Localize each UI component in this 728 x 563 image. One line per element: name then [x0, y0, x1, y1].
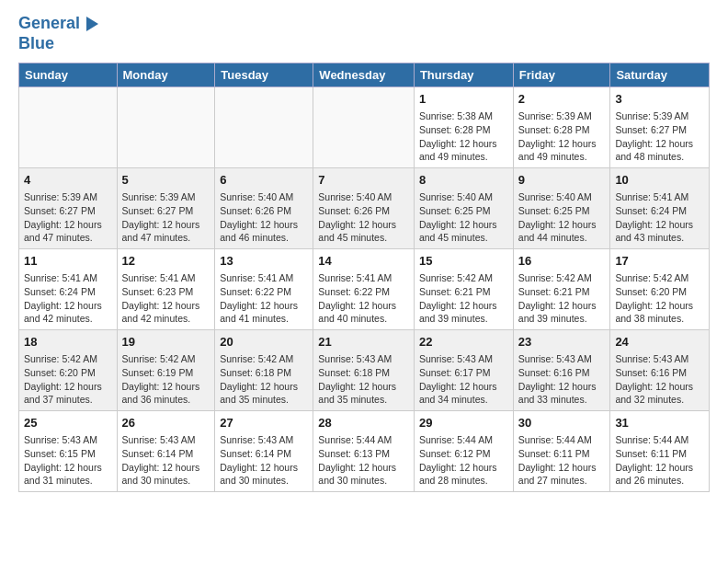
day-info: Sunrise: 5:39 AM Sunset: 6:27 PM Dayligh… [24, 191, 102, 243]
calendar-cell: 27Sunrise: 5:43 AM Sunset: 6:14 PM Dayli… [215, 410, 313, 491]
calendar-cell: 29Sunrise: 5:44 AM Sunset: 6:12 PM Dayli… [414, 410, 513, 491]
calendar-cell: 17Sunrise: 5:42 AM Sunset: 6:20 PM Dayli… [610, 249, 710, 330]
logo: General Blue [18, 14, 98, 53]
day-info: Sunrise: 5:43 AM Sunset: 6:16 PM Dayligh… [615, 353, 693, 405]
day-info: Sunrise: 5:44 AM Sunset: 6:11 PM Dayligh… [518, 434, 597, 486]
page: General Blue SundayMondayTuesdayWednesda… [0, 0, 728, 506]
day-number: 25 [24, 415, 112, 431]
calendar-cell: 16Sunrise: 5:42 AM Sunset: 6:21 PM Dayli… [513, 249, 610, 330]
week-row-3: 18Sunrise: 5:42 AM Sunset: 6:20 PM Dayli… [19, 330, 710, 411]
calendar-cell: 11Sunrise: 5:41 AM Sunset: 6:24 PM Dayli… [19, 249, 118, 330]
day-number: 23 [518, 334, 606, 350]
day-number: 22 [419, 334, 508, 350]
header-row: SundayMondayTuesdayWednesdayThursdayFrid… [19, 63, 710, 87]
calendar-cell [215, 87, 313, 168]
calendar-cell: 25Sunrise: 5:43 AM Sunset: 6:15 PM Dayli… [19, 410, 118, 491]
calendar-cell: 8Sunrise: 5:40 AM Sunset: 6:25 PM Daylig… [414, 168, 513, 249]
calendar-header: SundayMondayTuesdayWednesdayThursdayFrid… [19, 63, 710, 87]
day-number: 16 [518, 253, 606, 270]
day-info: Sunrise: 5:39 AM Sunset: 6:28 PM Dayligh… [518, 110, 597, 162]
day-info: Sunrise: 5:43 AM Sunset: 6:16 PM Dayligh… [518, 353, 597, 405]
week-row-2: 11Sunrise: 5:41 AM Sunset: 6:24 PM Dayli… [19, 249, 710, 330]
day-number: 28 [318, 415, 409, 431]
calendar-cell: 19Sunrise: 5:42 AM Sunset: 6:19 PM Dayli… [117, 330, 215, 411]
day-info: Sunrise: 5:41 AM Sunset: 6:24 PM Dayligh… [24, 272, 102, 324]
calendar-cell: 22Sunrise: 5:43 AM Sunset: 6:17 PM Dayli… [414, 330, 513, 411]
day-number: 24 [615, 334, 704, 350]
day-number: 26 [122, 415, 210, 431]
day-info: Sunrise: 5:40 AM Sunset: 6:26 PM Dayligh… [220, 191, 298, 243]
week-row-0: 1Sunrise: 5:38 AM Sunset: 6:28 PM Daylig… [19, 87, 710, 168]
calendar-cell: 5Sunrise: 5:39 AM Sunset: 6:27 PM Daylig… [117, 168, 215, 249]
day-number: 1 [419, 91, 508, 108]
calendar-cell: 21Sunrise: 5:43 AM Sunset: 6:18 PM Dayli… [313, 330, 415, 411]
day-info: Sunrise: 5:43 AM Sunset: 6:14 PM Dayligh… [122, 434, 200, 486]
day-info: Sunrise: 5:43 AM Sunset: 6:14 PM Dayligh… [220, 434, 298, 486]
calendar-cell: 2Sunrise: 5:39 AM Sunset: 6:28 PM Daylig… [513, 87, 610, 168]
calendar-cell: 15Sunrise: 5:42 AM Sunset: 6:21 PM Dayli… [414, 249, 513, 330]
calendar-cell: 7Sunrise: 5:40 AM Sunset: 6:26 PM Daylig… [313, 168, 415, 249]
day-number: 31 [615, 415, 704, 431]
calendar-cell: 12Sunrise: 5:41 AM Sunset: 6:23 PM Dayli… [117, 249, 215, 330]
header-day-thursday: Thursday [414, 63, 513, 87]
day-number: 18 [24, 334, 112, 350]
day-info: Sunrise: 5:43 AM Sunset: 6:18 PM Dayligh… [318, 353, 396, 405]
calendar-cell: 4Sunrise: 5:39 AM Sunset: 6:27 PM Daylig… [19, 168, 118, 249]
day-info: Sunrise: 5:41 AM Sunset: 6:22 PM Dayligh… [318, 272, 396, 324]
header-day-saturday: Saturday [610, 63, 710, 87]
day-number: 15 [419, 253, 508, 270]
calendar-body: 1Sunrise: 5:38 AM Sunset: 6:28 PM Daylig… [19, 87, 710, 492]
day-info: Sunrise: 5:42 AM Sunset: 6:21 PM Dayligh… [518, 272, 597, 324]
calendar-cell: 6Sunrise: 5:40 AM Sunset: 6:26 PM Daylig… [215, 168, 313, 249]
day-info: Sunrise: 5:44 AM Sunset: 6:13 PM Dayligh… [318, 434, 396, 486]
header: General Blue [18, 14, 710, 53]
day-info: Sunrise: 5:42 AM Sunset: 6:20 PM Dayligh… [615, 272, 693, 324]
day-number: 10 [615, 172, 704, 189]
calendar-cell: 31Sunrise: 5:44 AM Sunset: 6:11 PM Dayli… [610, 410, 710, 491]
header-day-monday: Monday [117, 63, 215, 87]
day-info: Sunrise: 5:42 AM Sunset: 6:19 PM Dayligh… [122, 353, 200, 405]
day-number: 3 [615, 91, 704, 108]
header-day-friday: Friday [513, 63, 610, 87]
calendar-cell: 1Sunrise: 5:38 AM Sunset: 6:28 PM Daylig… [414, 87, 513, 168]
day-info: Sunrise: 5:43 AM Sunset: 6:17 PM Dayligh… [419, 353, 497, 405]
day-info: Sunrise: 5:42 AM Sunset: 6:18 PM Dayligh… [220, 353, 298, 405]
day-number: 27 [220, 415, 308, 431]
day-info: Sunrise: 5:40 AM Sunset: 6:25 PM Dayligh… [518, 191, 597, 243]
calendar-cell: 10Sunrise: 5:41 AM Sunset: 6:24 PM Dayli… [610, 168, 710, 249]
day-info: Sunrise: 5:40 AM Sunset: 6:26 PM Dayligh… [318, 191, 396, 243]
day-info: Sunrise: 5:39 AM Sunset: 6:27 PM Dayligh… [122, 191, 200, 243]
day-number: 19 [122, 334, 210, 350]
day-info: Sunrise: 5:44 AM Sunset: 6:11 PM Dayligh… [615, 434, 693, 486]
calendar-cell: 3Sunrise: 5:39 AM Sunset: 6:27 PM Daylig… [610, 87, 710, 168]
day-number: 17 [615, 253, 704, 270]
day-info: Sunrise: 5:43 AM Sunset: 6:15 PM Dayligh… [24, 434, 102, 486]
day-info: Sunrise: 5:41 AM Sunset: 6:24 PM Dayligh… [615, 191, 693, 243]
logo-blue: Blue [18, 34, 98, 54]
logo-text: General Blue [18, 14, 98, 53]
header-day-tuesday: Tuesday [215, 63, 313, 87]
logo-general: General [18, 14, 80, 32]
day-number: 12 [122, 253, 210, 270]
week-row-4: 25Sunrise: 5:43 AM Sunset: 6:15 PM Dayli… [19, 410, 710, 491]
calendar-cell: 13Sunrise: 5:41 AM Sunset: 6:22 PM Dayli… [215, 249, 313, 330]
calendar-cell: 14Sunrise: 5:41 AM Sunset: 6:22 PM Dayli… [313, 249, 415, 330]
day-number: 11 [24, 253, 112, 270]
calendar-cell [117, 87, 215, 168]
day-number: 29 [419, 415, 508, 431]
day-number: 13 [220, 253, 308, 270]
day-number: 14 [318, 253, 409, 270]
day-info: Sunrise: 5:42 AM Sunset: 6:20 PM Dayligh… [24, 353, 102, 405]
day-number: 30 [518, 415, 606, 431]
day-info: Sunrise: 5:41 AM Sunset: 6:22 PM Dayligh… [220, 272, 298, 324]
calendar-cell: 30Sunrise: 5:44 AM Sunset: 6:11 PM Dayli… [513, 410, 610, 491]
week-row-1: 4Sunrise: 5:39 AM Sunset: 6:27 PM Daylig… [19, 168, 710, 249]
calendar-cell: 28Sunrise: 5:44 AM Sunset: 6:13 PM Dayli… [313, 410, 415, 491]
calendar-cell: 9Sunrise: 5:40 AM Sunset: 6:25 PM Daylig… [513, 168, 610, 249]
header-day-sunday: Sunday [19, 63, 118, 87]
day-info: Sunrise: 5:44 AM Sunset: 6:12 PM Dayligh… [419, 434, 497, 486]
day-number: 6 [220, 172, 308, 189]
day-number: 20 [220, 334, 308, 350]
logo-arrow-icon [86, 17, 98, 31]
header-day-wednesday: Wednesday [313, 63, 415, 87]
